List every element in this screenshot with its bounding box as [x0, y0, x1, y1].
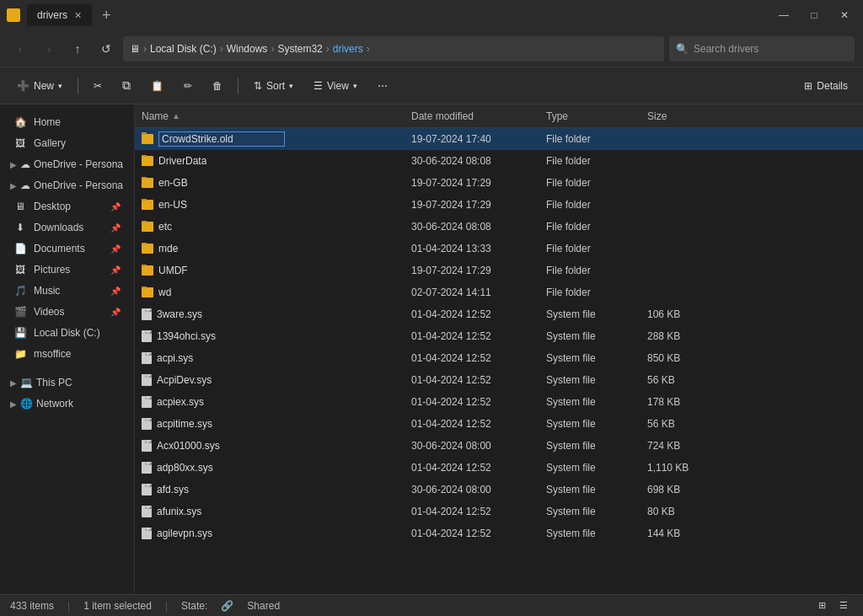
file-size: 698 KB: [641, 484, 708, 495]
table-row[interactable]: acpiex.sys01-04-2024 12:52System file178…: [135, 391, 863, 413]
table-row[interactable]: adp80xx.sys01-04-2024 12:52System file1,…: [135, 457, 863, 479]
table-row[interactable]: acpi.sys01-04-2024 12:52System file850 K…: [135, 347, 863, 369]
table-row[interactable]: afunix.sys01-04-2024 12:52System file80 …: [135, 501, 863, 522]
sidebar-item-documents[interactable]: 📄 Documents 📌: [3, 238, 131, 259]
table-row[interactable]: en-US19-07-2024 17:29File folder: [135, 194, 863, 216]
file-size: 1,110 KB: [641, 462, 708, 474]
details-button[interactable]: ⊞ Details: [797, 72, 855, 99]
title-bar: drivers ✕ + — □ ✕: [0, 0, 863, 30]
col-type[interactable]: Type: [539, 104, 641, 127]
copy-button[interactable]: ⧉: [114, 72, 139, 99]
table-row[interactable]: 1394ohci.sys01-04-2024 12:52System file2…: [135, 325, 863, 347]
file-size: 178 KB: [641, 396, 708, 408]
table-row[interactable]: DriverData30-06-2024 08:08File folder: [135, 150, 863, 172]
back-button[interactable]: ‹: [8, 37, 32, 61]
sidebar-item-network[interactable]: ▶ 🌐 Network: [3, 394, 131, 414]
sidebar-item-onedrive1[interactable]: ▶ ☁ OneDrive - Persona: [3, 154, 131, 174]
current-tab[interactable]: drivers ✕: [27, 4, 92, 26]
file-type: System file: [539, 462, 641, 474]
main-content: 🏠 Home 🖼 Gallery ▶ ☁ OneDrive - Persona …: [0, 104, 863, 594]
list-view-button[interactable]: ☰: [834, 598, 853, 613]
table-row[interactable]: en-GB19-07-2024 17:29File folder: [135, 172, 863, 194]
toolbar-divider-1: [78, 78, 78, 94]
sidebar-item-desktop[interactable]: 🖥 Desktop 📌: [3, 196, 131, 217]
sidebar-item-onedrive2[interactable]: ▶ ☁ OneDrive - Persona: [3, 175, 131, 196]
file-name-text: agilevpn.sys: [157, 528, 212, 539]
file-name-text: mde: [158, 243, 178, 254]
table-row[interactable]: afd.sys30-06-2024 08:00System file698 KB: [135, 479, 863, 501]
sidebar-item-thispc[interactable]: ▶ 💻 This PC: [3, 372, 131, 393]
path-system32[interactable]: System32: [277, 43, 322, 55]
sort-button[interactable]: ⇅ Sort ▾: [245, 72, 302, 99]
file-size: 56 KB: [641, 418, 708, 430]
search-icon: 🔍: [676, 43, 689, 55]
file-type: System file: [539, 374, 641, 386]
minimize-button[interactable]: —: [772, 7, 796, 24]
path-windows[interactable]: Windows: [227, 43, 268, 55]
filename-edit-input[interactable]: [158, 131, 285, 147]
refresh-button[interactable]: ↺: [94, 37, 118, 61]
new-tab-button[interactable]: +: [99, 7, 115, 24]
file-name-text: UMDF: [158, 265, 188, 276]
file-name-text: adp80xx.sys: [157, 462, 213, 474]
table-row[interactable]: etc30-06-2024 08:08File folder: [135, 216, 863, 238]
videos-icon: 🎬: [13, 306, 27, 318]
up-button[interactable]: ↑: [66, 37, 89, 61]
new-button[interactable]: ➕ New ▾: [8, 72, 71, 99]
address-bar: ‹ › ↑ ↺ 🖥 › Local Disk (C:) › Windows › …: [0, 30, 863, 67]
file-date: 19-07-2024 17:29: [405, 199, 539, 211]
address-path[interactable]: 🖥 › Local Disk (C:) › Windows › System32…: [123, 36, 664, 62]
table-row[interactable]: acpitime.sys01-04-2024 12:52System file5…: [135, 413, 863, 435]
sidebar-item-localdisk[interactable]: 💾 Local Disk (C:): [3, 323, 131, 343]
table-row[interactable]: Acx01000.sys30-06-2024 08:00System file7…: [135, 435, 863, 457]
col-date[interactable]: Date modified: [405, 104, 539, 127]
view-button[interactable]: ☰ View ▾: [305, 72, 366, 99]
file-type: File folder: [539, 287, 641, 298]
search-placeholder: Search drivers: [694, 43, 758, 55]
sidebar-item-gallery[interactable]: 🖼 Gallery: [3, 133, 131, 153]
table-row[interactable]: 3ware.sys01-04-2024 12:52System file106 …: [135, 303, 863, 325]
sidebar-item-music[interactable]: 🎵 Music 📌: [3, 281, 131, 301]
grid-view-button[interactable]: ⊞: [812, 598, 831, 613]
col-name[interactable]: Name ▲: [135, 104, 405, 127]
search-box[interactable]: 🔍 Search drivers: [669, 36, 855, 62]
maximize-button[interactable]: □: [802, 7, 826, 24]
gallery-icon: 🖼: [13, 137, 27, 149]
file-date: 01-04-2024 12:52: [405, 396, 539, 408]
folder-icon: [142, 200, 153, 210]
sidebar-item-home[interactable]: 🏠 Home: [3, 112, 131, 132]
column-headers: Name ▲ Date modified Type Size: [135, 104, 863, 128]
file-type: System file: [539, 352, 641, 364]
delete-button[interactable]: 🗑: [204, 72, 231, 99]
file-icon: [142, 330, 152, 342]
copy-icon: ⧉: [122, 78, 131, 93]
cut-button[interactable]: ✂: [85, 72, 110, 99]
file-name-text: en-US: [158, 199, 187, 211]
table-row[interactable]: AcpiDev.sys01-04-2024 12:52System file56…: [135, 369, 863, 391]
file-name-text: acpiex.sys: [157, 396, 204, 408]
file-name-cell: afunix.sys: [135, 506, 405, 517]
table-row[interactable]: wd02-07-2024 14:11File folder: [135, 281, 863, 303]
path-drivers[interactable]: drivers: [333, 43, 363, 55]
folder-icon: [142, 134, 153, 144]
tab-close-button[interactable]: ✕: [74, 10, 82, 21]
col-size[interactable]: Size: [641, 104, 708, 127]
onedrive-icon-2: ☁: [20, 179, 30, 191]
sidebar-item-msoffice[interactable]: 📁 msoffice: [3, 344, 131, 364]
sidebar-item-videos[interactable]: 🎬 Videos 📌: [3, 302, 131, 322]
table-row[interactable]: 19-07-2024 17:40File folder: [135, 128, 863, 150]
table-row[interactable]: agilevpn.sys01-04-2024 12:52System file1…: [135, 522, 863, 544]
more-options-button[interactable]: ⋯: [369, 72, 396, 99]
pin-icon-desktop: 📌: [110, 202, 121, 212]
chevron-icon-network: ▶: [10, 399, 17, 409]
rename-button[interactable]: ✏: [175, 72, 201, 99]
path-disk[interactable]: Local Disk (C:): [150, 43, 217, 55]
table-row[interactable]: mde01-04-2024 13:33File folder: [135, 238, 863, 260]
forward-button[interactable]: ›: [37, 37, 61, 61]
sidebar-item-pictures[interactable]: 🖼 Pictures 📌: [3, 260, 131, 280]
sidebar-item-downloads[interactable]: ⬇ Downloads 📌: [3, 217, 131, 238]
table-row[interactable]: UMDF19-07-2024 17:29File folder: [135, 260, 863, 281]
paste-button[interactable]: 📋: [142, 72, 172, 99]
file-type: System file: [539, 506, 641, 517]
close-button[interactable]: ✕: [833, 7, 856, 24]
